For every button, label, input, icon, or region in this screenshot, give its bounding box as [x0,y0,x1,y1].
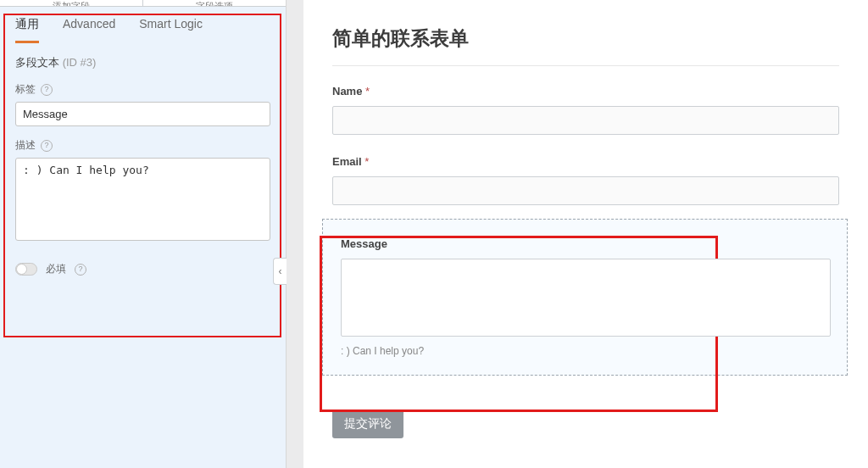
required-label: 必填 [46,262,66,276]
email-input[interactable] [332,176,839,205]
preview-field-email[interactable]: Email * [332,155,839,205]
add-field-tab[interactable]: 添加字段 [0,0,143,6]
required-row: 必填 ? [15,262,270,276]
chevron-left-icon: ‹ [279,265,282,277]
label-setting-label: 标签 ? [15,82,270,97]
submit-button[interactable]: 提交评论 [332,410,403,438]
required-asterisk: * [364,155,369,168]
field-id: (ID #3) [63,56,97,69]
collapse-sidebar-button[interactable]: ‹ [273,258,287,285]
tab-smart-logic[interactable]: Smart Logic [139,17,203,43]
form-preview: 简单的联系表单 Name * Email * Message : ) Can I… [303,0,868,468]
name-input[interactable] [332,106,839,135]
help-icon[interactable]: ? [75,264,86,276]
divider [332,65,839,66]
help-icon[interactable]: ? [41,140,53,152]
sidebar-top-toolbar: 添加字段 字段选项 [0,0,286,7]
field-options-tab[interactable]: 字段选项 [143,0,286,6]
field-type-heading: 多段文本 (ID #3) [15,55,270,70]
email-label: Email * [332,155,839,168]
tab-advanced[interactable]: Advanced [63,17,115,43]
form-title: 简单的联系表单 [332,25,839,52]
tab-general[interactable]: 通用 [15,17,39,43]
message-description: : ) Can I help you? [341,345,831,357]
field-type-name: 多段文本 [15,56,59,69]
required-toggle[interactable] [15,263,37,276]
field-settings-panel: 多段文本 (ID #3) 标签 ? 描述 ? : ) Can I help yo… [0,43,286,276]
preview-field-message-selected[interactable]: Message : ) Can I help you? [332,226,839,369]
preview-field-name[interactable]: Name * [332,85,839,135]
message-label: Message [341,237,831,250]
preview-area: 简单的联系表单 Name * Email * Message : ) Can I… [287,0,868,468]
help-icon[interactable]: ? [41,84,53,96]
field-options-tabs: 通用 Advanced Smart Logic [0,7,286,43]
message-textarea[interactable] [341,259,831,337]
label-input[interactable] [15,102,270,126]
sidebar: 添加字段 字段选项 通用 Advanced Smart Logic 多段文本 (… [0,0,287,468]
name-label: Name * [332,85,839,98]
description-setting-label: 描述 ? [15,138,270,153]
required-asterisk: * [365,85,370,98]
description-textarea[interactable]: : ) Can I help you? [15,158,270,241]
